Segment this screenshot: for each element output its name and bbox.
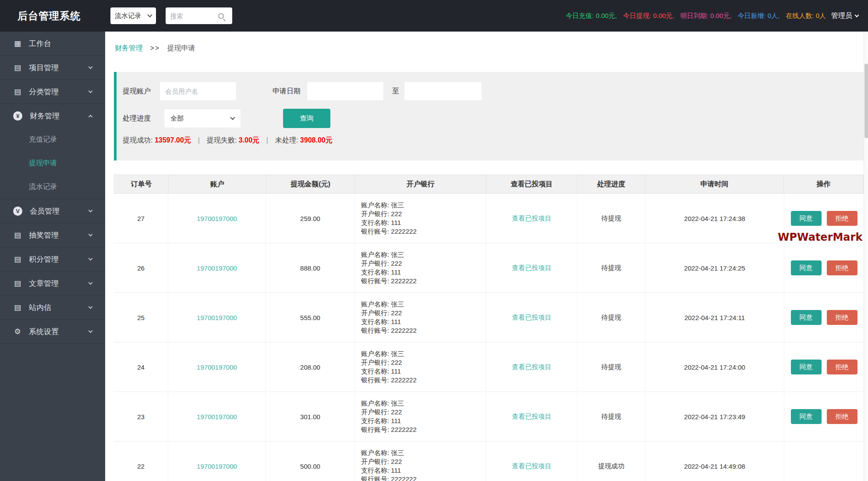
view-projects-link[interactable]: 查看已投项目: [512, 214, 552, 223]
admin-label: 管理员: [831, 11, 852, 21]
amount: 259.00: [266, 194, 355, 243]
approve-button[interactable]: 同意: [791, 409, 822, 424]
sidebar-item-workbench[interactable]: ▦ 工作台: [0, 32, 105, 55]
apply-time: 2022-04-21 17:24:38: [645, 194, 784, 243]
bank-line: 支行名称: 111: [361, 417, 401, 425]
withdraw-account-input[interactable]: [159, 82, 237, 101]
progress-select[interactable]: 全部: [164, 109, 241, 128]
reject-button[interactable]: 拒绝: [827, 260, 857, 275]
breadcrumb-section-link[interactable]: 财务管理: [115, 44, 143, 52]
sidebar-item-flow-records[interactable]: 流水记录: [0, 175, 105, 199]
approve-button[interactable]: 同意: [791, 260, 822, 275]
table-row: 23 19700197000 301.00 账户名称: 张三 开户银行: 222…: [114, 392, 864, 442]
account-link[interactable]: 19700197000: [197, 314, 237, 321]
approve-button[interactable]: 同意: [791, 360, 822, 374]
view-projects-link[interactable]: 查看已投项目: [512, 264, 552, 272]
sidebar-item-withdraw-requests[interactable]: 提现申请: [0, 151, 105, 175]
summary-fail-label: 提现失败:: [207, 136, 239, 144]
bank-line: 账户名称: 张三: [361, 399, 404, 408]
view-projects-link[interactable]: 查看已投项目: [512, 413, 552, 421]
reject-button[interactable]: 拒绝: [827, 360, 857, 374]
account-link[interactable]: 19700197000: [197, 413, 237, 420]
view-projects-link[interactable]: 查看已投项目: [512, 363, 552, 371]
date-to-input[interactable]: [404, 82, 482, 101]
bank-line: 账户名称: 张三: [361, 250, 404, 259]
reject-button[interactable]: 拒绝: [827, 211, 857, 226]
status-badge: 待提现: [577, 293, 645, 342]
summary-success-value: 13597.00元: [155, 136, 191, 144]
col-progress: 处理进度: [577, 175, 645, 193]
sidebar-item-members[interactable]: V 会员管理: [0, 199, 105, 223]
messages-icon: ▤: [12, 303, 23, 312]
view-projects-link[interactable]: 查看已投项目: [512, 462, 552, 470]
stat-new-today: 今日新增: 0人,: [737, 12, 779, 20]
sidebar-item-lottery[interactable]: ▤ 抽奖管理: [0, 223, 105, 247]
sidebar-item-site-messages[interactable]: ▤ 站内信: [0, 296, 105, 319]
withdraw-account-label: 提现账户: [123, 82, 151, 101]
topbar-search[interactable]: [166, 7, 232, 24]
admin-menu[interactable]: 管理员: [831, 11, 858, 21]
sub-item-label: 充值记录: [29, 135, 57, 144]
bank-line: 开户银行: 222: [361, 210, 402, 218]
stat-today-recharge: 今日充值: 0.00元,: [566, 12, 617, 20]
sidebar-item-label: 抽奖管理: [29, 230, 59, 240]
order-id: 22: [114, 442, 168, 481]
approve-button[interactable]: 同意: [791, 310, 822, 325]
actions-empty: [784, 442, 864, 481]
bank-info: 账户名称: 张三 开户银行: 222 支行名称: 111 银行账号: 22222…: [355, 392, 486, 441]
module-select[interactable]: 流水记录: [110, 7, 156, 24]
finance-yuan-icon: ¥: [13, 111, 22, 121]
sidebar-item-projects[interactable]: ▤ 项目管理: [0, 56, 105, 79]
query-button[interactable]: 查询: [283, 109, 330, 128]
chevron-down-icon: [230, 115, 235, 120]
bank-info: 账户名称: 张三 开户银行: 222 支行名称: 111 银行账号: 22222…: [355, 194, 486, 243]
order-id: 27: [114, 194, 168, 243]
sidebar-item-label: 分类管理: [29, 87, 59, 97]
table-row: 26 19700197000 888.00 账户名称: 张三 开户银行: 222…: [114, 243, 864, 293]
chevron-down-icon: [89, 89, 93, 93]
bank-line: 开户银行: 222: [361, 309, 402, 317]
breadcrumb-page: 提现申请: [167, 44, 195, 52]
col-amount: 提现金额(元): [266, 175, 355, 193]
sidebar-item-categories[interactable]: ▤ 分类管理: [0, 80, 105, 103]
account-link[interactable]: 19700197000: [197, 463, 237, 470]
approve-button[interactable]: 同意: [791, 211, 822, 226]
reject-button[interactable]: 拒绝: [827, 409, 857, 424]
sidebar-item-system-settings[interactable]: ⚙ 系统设置: [0, 320, 105, 343]
breadcrumb-separator: >>: [150, 44, 160, 52]
summary-pending-label: 未处理:: [275, 136, 300, 144]
chevron-down-icon: [89, 280, 93, 285]
date-from-input[interactable]: [307, 82, 384, 101]
reject-button[interactable]: 拒绝: [827, 310, 857, 325]
scrollbar-thumb[interactable]: [864, 64, 868, 138]
sidebar-item-label: 财务管理: [30, 111, 60, 121]
dashboard-icon: ▦: [12, 39, 23, 48]
bank-line: 支行名称: 111: [361, 466, 401, 475]
account-link[interactable]: 19700197000: [197, 363, 237, 371]
view-projects-link[interactable]: 查看已投项目: [512, 314, 552, 322]
search-input[interactable]: [170, 12, 216, 20]
withdraw-summary: 提现成功: 13597.00元|提现失败: 3.00元|未处理: 3908.00…: [123, 136, 333, 145]
bank-line: 账户名称: 张三: [361, 201, 404, 210]
sidebar-item-finance[interactable]: ¥ 财务管理: [0, 104, 105, 128]
stat-due-tomorrow: 明日到期: 0.00元,: [680, 12, 732, 20]
bank-line: 账户名称: 张三: [361, 449, 404, 457]
account-link[interactable]: 19700197000: [197, 215, 237, 222]
sidebar-item-label: 积分管理: [29, 254, 59, 264]
bank-line: 开户银行: 222: [361, 358, 402, 367]
sub-item-label: 提现申请: [29, 159, 57, 168]
sidebar-item-articles[interactable]: ▤ 文章管理: [0, 271, 105, 295]
table-row: 24 19700197000 208.00 账户名称: 张三 开户银行: 222…: [114, 342, 864, 392]
sub-item-label: 流水记录: [29, 182, 57, 192]
vertical-scrollbar[interactable]: [864, 32, 868, 481]
sidebar-item-label: 系统设置: [29, 327, 59, 337]
bank-line: 银行账号: 2222222: [361, 277, 417, 285]
search-icon[interactable]: [218, 13, 224, 19]
bank-line: 账户名称: 张三: [361, 349, 404, 358]
sidebar-item-recharge-records[interactable]: 充值记录: [0, 128, 105, 151]
articles-icon: ▤: [12, 279, 23, 288]
bank-info: 账户名称: 张三 开户银行: 222 支行名称: 111 银行账号: 22222…: [355, 243, 486, 292]
account-link[interactable]: 19700197000: [197, 264, 237, 272]
amount: 301.00: [266, 392, 355, 441]
sidebar-item-points[interactable]: ▤ 积分管理: [0, 247, 105, 271]
